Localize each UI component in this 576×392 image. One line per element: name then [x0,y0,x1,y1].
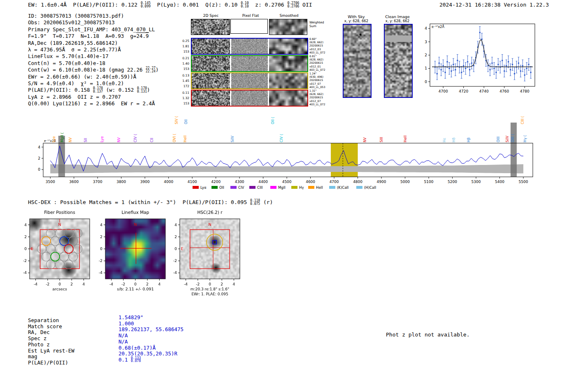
svg-text:4: 4 [100,223,102,227]
svg-text:5300: 5300 [471,180,481,184]
svg-text:CIII: CIII [257,186,262,190]
svg-text:4: 4 [83,282,85,286]
svg-text:4400: 4400 [258,180,268,184]
svg-text:Hγ: Hγ [299,186,304,190]
report-timestamp: 2024-12-31 16:28:38 Version 1.22.3 [439,2,549,8]
svg-text:e⁻¹⁷x2Å: e⁻¹⁷x2Å [432,24,444,29]
svg-text:4100: 4100 [188,180,197,184]
svg-text:Lyα: Lyα [52,136,56,142]
weighted-pixelflat-cell [230,19,268,34]
spec2d-title-pixelflat: Pixel Flat [232,14,269,18]
svg-text:N: N [208,222,211,227]
svg-text:-2: -2 [121,282,125,286]
weighted-2dspec-canvas [191,19,230,35]
stacked-uncertainty: 0.1780.137 [93,87,103,93]
svg-text:-2: -2 [23,259,27,263]
svg-text:MgII (: MgII ( [60,132,64,142]
header-summary: EW: 1.6±0.4Å P(LAE)/P(OII): 0.122 0.1450… [28,2,312,8]
svg-text:CIII (: CIII ( [520,116,525,124]
fiber-pixelflat-cutout [231,90,268,106]
svg-text:4300: 4300 [235,180,244,184]
svg-text:1: 1 [425,66,427,70]
svg-text:0: 0 [425,80,427,84]
stacked-uncertainty: 22.2722.24 [146,67,156,73]
svg-text:N: N [58,222,61,227]
svg-text:3: 3 [425,40,427,44]
svg-text:HeII: HeII [316,186,323,190]
svg-text:4: 4 [174,223,177,227]
spec2d-fiber-row [191,38,308,55]
svg-text:5000: 5000 [400,180,410,184]
spec2d-fiber-row [191,72,308,89]
svg-text:Hε: Hε [442,138,446,142]
fiber-row-meta: 1.31"(628, 662)20200615v012_07403_LL_072 [309,89,334,106]
stacked-uncertainty: 0.1780.131 [137,87,147,93]
stacked-uncertainty: 0.100.10 [241,2,249,8]
svg-text:2: 2 [38,156,40,160]
svg-text:-2: -2 [99,259,102,263]
svg-text:4: 4 [425,26,427,30]
spec2d-title-smoothed: Smoothed [270,14,308,18]
svg-text:SIII: SIII [379,137,383,142]
photz-note: Phot z plot not available. [386,332,470,338]
svg-text:SiIV: SiIV [230,136,235,142]
svg-text:4800: 4800 [353,180,362,184]
svg-text:4740: 4740 [479,89,489,93]
svg-text:OII (: OII ( [271,117,275,124]
svg-text:CIV (: CIV ( [279,134,283,142]
svg-text:2: 2 [425,53,427,57]
svg-text:Lyα: Lyα [100,136,104,142]
svg-text:OVI (: OVI ( [172,134,177,142]
svg-text:4900: 4900 [377,180,386,184]
svg-text:Hδ: Hδ [452,137,456,142]
svg-text:4700: 4700 [439,89,448,93]
match-labels: SeparationMatch scoreRA, DecSpec zPhoto … [28,318,74,366]
svg-text:OII: OII [184,119,188,124]
fiber-row-meta: 1.24"(630, 496)20200615v017_07403_LL_053 [309,72,334,89]
svg-text:4600: 4600 [306,180,315,184]
svg-text:OIII: OIII [496,137,500,142]
fiber-smoothed-cutout [269,90,307,106]
fiber-smoothed-cutout [269,39,307,54]
stacked-uncertainty: 0.1450.099 [141,2,151,8]
svg-text:arcsecs: arcsecs [52,287,67,291]
fiber-2dspec-cutout [192,90,230,106]
svg-text:0: 0 [134,282,137,286]
svg-text:-4: -4 [34,282,37,286]
svg-text:-4: -4 [99,271,102,275]
svg-text:4780: 4780 [520,89,530,93]
svg-text:4: 4 [38,145,40,149]
svg-text:-2: -2 [196,282,200,286]
svg-text:HSC(26.2) r: HSC(26.2) r [197,210,223,215]
svg-text:2: 2 [70,282,73,286]
stacked-uncertainty: 0.27060.2706 [287,2,299,8]
svg-text:3500: 3500 [46,180,55,184]
svg-text:2: 2 [146,282,149,286]
info-block: ID: 3008757013 (3008757013.pdf)Obs: 2020… [28,13,159,107]
fiber-smoothed-cutout [269,56,307,71]
spec2d-weighted-row [191,18,308,35]
svg-text:0: 0 [38,167,40,172]
svg-text:SIV (: SIV ( [174,116,179,124]
svg-text:5100: 5100 [424,180,434,184]
svg-text:-2: -2 [46,282,49,286]
svg-text:0: 0 [209,282,211,286]
svg-text:-4: -4 [109,282,113,286]
fiber-plot: Fiber Positions-4-4-2-2002244arcsecsNE [16,208,105,300]
stacked-uncertainty: 0.1180.075 [250,199,260,205]
svg-text:MgII: MgII [278,186,286,190]
svg-text:2: 2 [24,235,27,239]
fiber-row-meta: 0.60"(628, 662)20200615v012_03403_LL_072 [309,37,334,54]
svg-text:Lyα: Lyα [200,186,207,190]
spec2d-title-2dspec: 2D Spec [191,14,230,18]
spectrum-plot: 3500360037003800390040004100420043004400… [25,108,560,196]
svg-text:Hγ (: Hγ ( [523,135,527,142]
stacked-uncertainty: 0.1330.078 [131,357,141,363]
spec2d-fiber-row [191,55,308,72]
svg-text:3600: 3600 [69,180,79,184]
svg-text:2: 2 [221,282,223,286]
clean-coords: x, y: 628, 662 [371,19,424,23]
fiber-pixelflat-cutout [231,39,268,54]
svg-text:EWr: 1. PLAE: 0.095: EWr: 1. PLAE: 0.095 [191,292,228,296]
fiber-row-weights: 0.251.81153 [174,38,189,54]
